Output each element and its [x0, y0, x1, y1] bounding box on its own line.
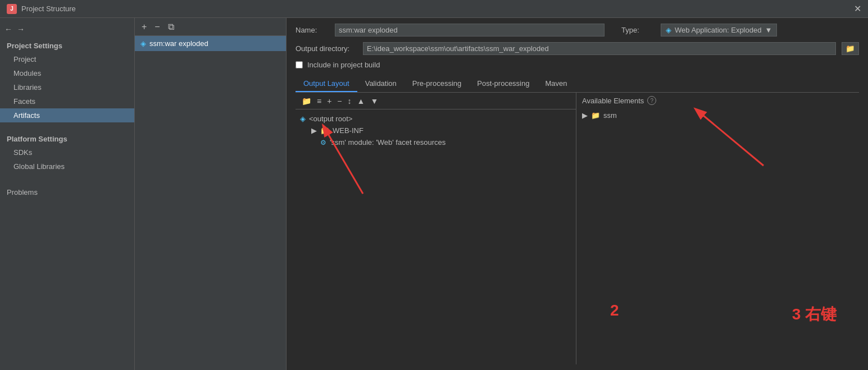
name-row: Name: Type: ◈ Web Application: Exploded … [296, 24, 859, 36]
tree-remove-button[interactable]: − [335, 96, 343, 106]
webinf-arrow-icon: ▶ [311, 126, 317, 135]
available-header: Available Elements ? [582, 96, 853, 105]
artifact-type-icon: ◈ [140, 39, 146, 48]
sidebar-item-problems[interactable]: Problems [0, 185, 134, 200]
tree-area: ◈ <output root> ▶ 📁 WEB-INF ⚙ 'ssm' m [296, 109, 576, 364]
close-button[interactable]: ✕ [854, 3, 861, 14]
artifact-list-item[interactable]: ◈ ssm:war exploded [135, 36, 286, 51]
tree-add-folder-button[interactable]: 📁 [300, 96, 313, 106]
sidebar-item-modules[interactable]: Modules [0, 66, 134, 80]
available-elements-label: Available Elements [582, 97, 644, 105]
dropdown-arrow-icon: ▼ [765, 26, 772, 34]
sidebar-item-project[interactable]: Project [0, 52, 134, 66]
platform-settings-header: Platform Settings [0, 131, 134, 145]
ssm-module-icon: ⚙ [320, 139, 326, 147]
add-artifact-button[interactable]: + [139, 21, 149, 33]
nav-arrows: ← → [0, 22, 134, 38]
type-label: Type: [621, 26, 655, 34]
sidebar-item-global-libraries[interactable]: Global Libraries [0, 159, 134, 173]
output-tree-panel: 📁 ≡ + − ↕ ▲ ▼ ◈ <output root> [296, 93, 576, 364]
tree-item-output-root[interactable]: ◈ <output root> [300, 113, 571, 125]
tab-post-processing[interactable]: Post-processing [469, 76, 537, 92]
available-panel: Available Elements ? ▶ 📁 ssm [576, 93, 859, 364]
tabs-bar: Output Layout Validation Pre-processing … [296, 76, 859, 93]
tree-sort-button[interactable]: ↕ [346, 96, 353, 106]
output-root-icon: ◈ [300, 115, 306, 123]
avail-item-ssm[interactable]: ▶ 📁 ssm [582, 109, 853, 121]
tree-move-down-button[interactable]: ▼ [369, 96, 380, 106]
avail-ssm-label: ssm [603, 111, 617, 120]
project-settings-header: Project Settings [0, 38, 134, 52]
tab-output-layout[interactable]: Output Layout [296, 76, 357, 92]
copy-artifact-button[interactable]: ⧉ [166, 21, 176, 33]
title-bar-left: J Project Structure [7, 4, 76, 14]
type-value: Web Application: Exploded [675, 26, 761, 34]
tree-item-webinf[interactable]: ▶ 📁 WEB-INF [300, 125, 571, 136]
ssm-module-label: 'ssm' module: 'Web' facet resources [330, 138, 446, 147]
include-build-checkbox[interactable] [296, 61, 303, 68]
app-icon: J [7, 4, 17, 14]
sidebar-item-artifacts[interactable]: Artifacts [0, 108, 134, 122]
tab-validation[interactable]: Validation [357, 76, 405, 92]
webinf-label: WEB-INF [333, 126, 363, 135]
sidebar-item-sdks[interactable]: SDKs [0, 145, 134, 159]
artifacts-panel: + − ⧉ ◈ ssm:war exploded [135, 18, 287, 370]
content-split: + − ⧉ ◈ ssm:war exploded Name: Type: ◈ W… [135, 18, 868, 370]
avail-ssm-folder-icon: 📁 [591, 111, 600, 120]
type-icon: ◈ [666, 26, 671, 34]
include-build-label[interactable]: Include in project build [307, 61, 380, 69]
back-arrow[interactable]: ← [4, 25, 12, 34]
artifact-item-name: ssm:war exploded [149, 39, 208, 48]
window-title: Project Structure [21, 4, 76, 13]
annotation-2: 2 [610, 302, 619, 319]
remove-artifact-button[interactable]: − [152, 21, 162, 33]
tab-pre-processing[interactable]: Pre-processing [405, 76, 469, 92]
webinf-folder-icon: 📁 [320, 126, 329, 135]
output-dir-label: Output directory: [296, 44, 357, 53]
tree-item-ssm-module[interactable]: ⚙ 'ssm' module: 'Web' facet resources [300, 136, 571, 148]
sidebar-item-facets[interactable]: Facets [0, 94, 134, 108]
tree-add-button[interactable]: + [325, 96, 333, 106]
name-input[interactable] [335, 24, 605, 36]
tabs-content: 📁 ≡ + − ↕ ▲ ▼ ◈ <output root> [296, 93, 859, 364]
help-icon[interactable]: ? [647, 96, 656, 105]
avail-ssm-arrow-icon: ▶ [582, 111, 588, 120]
include-build-row: Include in project build [296, 61, 859, 69]
sidebar-item-libraries[interactable]: Libraries [0, 80, 134, 94]
artifacts-toolbar: + − ⧉ [135, 18, 286, 36]
type-dropdown[interactable]: ◈ Web Application: Exploded ▼ [661, 24, 777, 36]
annotation-3-text: 3 右键 [792, 304, 837, 325]
forward-arrow[interactable]: → [17, 25, 25, 34]
tab-maven[interactable]: Maven [537, 76, 575, 92]
sidebar: ← → Project Settings Project Modules Lib… [0, 18, 135, 370]
tree-move-up-button[interactable]: ▲ [356, 96, 367, 106]
output-tree-toolbar: 📁 ≡ + − ↕ ▲ ▼ [296, 93, 576, 109]
tree-show-content-button[interactable]: ≡ [315, 96, 323, 106]
name-label: Name: [296, 26, 329, 34]
browse-folder-button[interactable]: 📁 [842, 42, 859, 55]
main-container: ← → Project Settings Project Modules Lib… [0, 18, 868, 370]
output-dir-input[interactable] [363, 42, 836, 55]
detail-panel: Name: Type: ◈ Web Application: Exploded … [287, 18, 868, 370]
output-dir-row: Output directory: 📁 [296, 42, 859, 55]
output-root-label: <output root> [309, 115, 352, 123]
title-bar: J Project Structure ✕ [0, 0, 868, 18]
